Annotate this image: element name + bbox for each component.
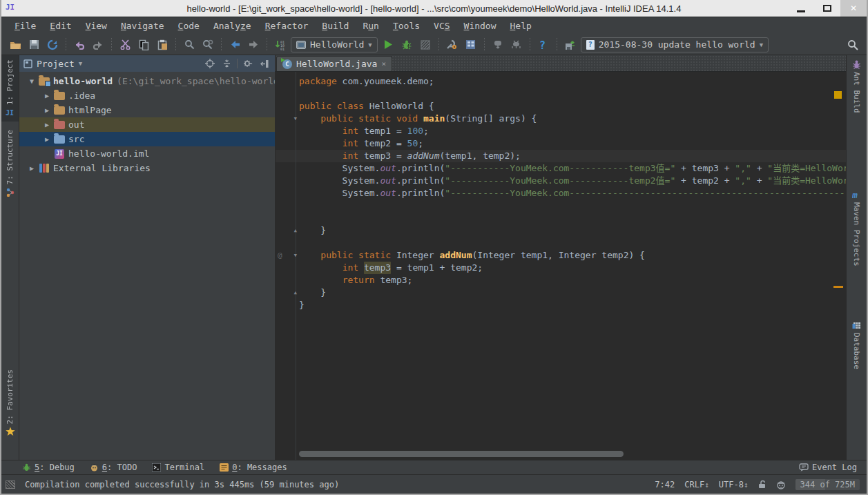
- menu-edit[interactable]: Edit: [44, 19, 77, 33]
- android-monitor-icon[interactable]: [508, 37, 525, 53]
- tree-item-hello-world[interactable]: ▼hello-world (E:\git_work_space\hello-wo…: [19, 74, 275, 88]
- hide-panel-icon[interactable]: [258, 57, 271, 70]
- gutter-cell[interactable]: [276, 75, 299, 88]
- android-sync-icon[interactable]: [490, 37, 506, 53]
- menu-vcs[interactable]: VCS: [427, 19, 456, 33]
- menu-file[interactable]: File: [8, 19, 42, 33]
- menu-code[interactable]: Code: [172, 19, 206, 33]
- menu-build[interactable]: Build: [316, 19, 355, 33]
- gutter-cell[interactable]: [276, 187, 299, 200]
- gutter-cell[interactable]: [276, 175, 299, 187]
- settings-icon[interactable]: [444, 37, 461, 53]
- encoding-select[interactable]: UTF-8↕: [719, 480, 749, 489]
- gutter-cell[interactable]: [276, 274, 299, 287]
- tree-collapsed-arrow[interactable]: ▶: [41, 106, 52, 114]
- tool-tab-todo[interactable]: 6: TODO: [90, 463, 137, 472]
- menu-view[interactable]: View: [79, 19, 113, 33]
- tool-tab-ant-build[interactable]: Ant Build: [852, 55, 861, 117]
- replace-icon[interactable]: [200, 37, 216, 53]
- vcs-message-select[interactable]: ? 2015-08-30 update hello world ▼: [581, 37, 769, 52]
- tree-expanded-arrow[interactable]: ▼: [26, 77, 37, 85]
- tool-tab-terminal[interactable]: Terminal: [152, 463, 204, 472]
- tree-item-htmlpage[interactable]: ▶htmlPage: [19, 103, 275, 117]
- tree-collapsed-arrow[interactable]: ▶: [26, 164, 37, 172]
- tool-tab-maven[interactable]: m Maven Projects: [852, 186, 862, 271]
- gutter-cell[interactable]: [276, 212, 299, 224]
- hash-build-order-icon[interactable]: 011001: [272, 37, 289, 53]
- caret-position[interactable]: 7:42: [655, 480, 675, 489]
- gutter-cell[interactable]: [276, 100, 299, 113]
- gutter-cell[interactable]: [276, 200, 299, 212]
- tool-tab-project[interactable]: 1: Project JI: [1, 55, 19, 122]
- close-tab-icon[interactable]: ×: [381, 59, 386, 68]
- gutter-cell[interactable]: ▴: [276, 287, 299, 299]
- horizontal-scrollbar[interactable]: [299, 451, 624, 457]
- gutter-cell[interactable]: ▾: [276, 113, 299, 125]
- tree-collapsed-arrow[interactable]: ▶: [41, 92, 52, 99]
- find-icon[interactable]: [181, 37, 197, 53]
- tool-tab-database[interactable]: Database: [852, 317, 862, 373]
- menu-window[interactable]: Window: [458, 19, 503, 33]
- copy-icon[interactable]: [135, 37, 152, 53]
- toggle-toolwindow-bars-icon[interactable]: [6, 481, 15, 489]
- close-button[interactable]: ✕: [840, 0, 867, 17]
- gutter-cell[interactable]: [276, 299, 299, 311]
- event-log-button[interactable]: Event Log: [799, 463, 857, 472]
- run-with-coverage-icon[interactable]: [417, 37, 434, 53]
- hector-inspector-icon[interactable]: [776, 480, 786, 489]
- menu-refactor[interactable]: Refactor: [259, 19, 315, 33]
- editor-tab-helloworld[interactable]: C HelloWorld.java ×: [276, 56, 392, 71]
- gutter-cell[interactable]: @▾: [276, 249, 299, 262]
- tree-item-external-libraries[interactable]: ▶External Libraries: [19, 161, 275, 175]
- tool-tab-debug[interactable]: 5: Debug: [22, 463, 75, 472]
- chevron-down-icon[interactable]: ▼: [79, 60, 82, 67]
- tree-item-src[interactable]: ▶src: [19, 132, 275, 146]
- line-ending-select[interactable]: CRLF↕: [684, 480, 709, 489]
- search-everywhere-icon[interactable]: [845, 37, 861, 53]
- open-file-icon[interactable]: [7, 37, 23, 53]
- code-editor[interactable]: package com.youmeek.demo;public class He…: [276, 72, 846, 460]
- gutter-cell[interactable]: [276, 150, 299, 162]
- tool-tab-favorites[interactable]: 2: Favorites: [6, 365, 15, 440]
- tree-item-hello-world-iml[interactable]: JIhello-world.iml: [19, 146, 275, 161]
- tree-collapsed-arrow[interactable]: ▶: [41, 121, 52, 128]
- identifier-stripe-marker[interactable]: [833, 286, 843, 288]
- forward-icon[interactable]: [245, 37, 262, 53]
- menu-help[interactable]: Help: [504, 19, 538, 33]
- synchronize-icon[interactable]: [44, 37, 61, 53]
- cut-icon[interactable]: [117, 37, 133, 53]
- run-configuration-select[interactable]: HelloWorld ▼: [291, 37, 378, 52]
- gutter-cell[interactable]: ▴: [276, 224, 299, 237]
- undo-icon[interactable]: [71, 37, 88, 53]
- debug-icon[interactable]: [398, 37, 415, 53]
- tree-item-out[interactable]: ▶out: [19, 117, 275, 132]
- tree-collapsed-arrow[interactable]: ▶: [41, 135, 52, 143]
- menu-run[interactable]: Run: [356, 19, 385, 33]
- menu-tools[interactable]: Tools: [387, 19, 426, 33]
- commit-changes-icon[interactable]: [562, 37, 579, 53]
- tool-tab-structure[interactable]: 7: Structure: [6, 126, 15, 200]
- locate-file-icon[interactable]: [204, 57, 216, 70]
- tree-item--idea[interactable]: ▶.idea: [19, 88, 275, 103]
- collapse-all-icon[interactable]: [220, 57, 233, 70]
- fold-close-icon[interactable]: ▴: [293, 287, 298, 299]
- fold-open-icon[interactable]: ▾: [293, 249, 298, 262]
- fold-open-icon[interactable]: ▾: [293, 113, 298, 125]
- gear-icon[interactable]: [242, 57, 254, 70]
- paste-icon[interactable]: [154, 37, 171, 53]
- project-header-title[interactable]: Project: [37, 59, 75, 69]
- lock-open-icon[interactable]: [758, 480, 766, 489]
- gutter-cell[interactable]: [276, 262, 299, 274]
- warning-stripe-marker[interactable]: [834, 91, 842, 99]
- gutter-cell[interactable]: [276, 137, 299, 150]
- help-icon[interactable]: ?: [535, 37, 552, 53]
- menu-analyze[interactable]: Analyze: [207, 19, 258, 33]
- memory-indicator[interactable]: 344 of 725M: [795, 479, 860, 490]
- menu-navigate[interactable]: Navigate: [115, 19, 171, 33]
- back-icon[interactable]: [226, 37, 243, 53]
- save-all-icon[interactable]: [26, 37, 42, 53]
- fold-close-icon[interactable]: ▴: [293, 224, 298, 237]
- redo-icon[interactable]: [90, 37, 106, 53]
- tool-tab-messages[interactable]: 0: Messages: [220, 463, 287, 472]
- gutter-cell[interactable]: [276, 125, 299, 137]
